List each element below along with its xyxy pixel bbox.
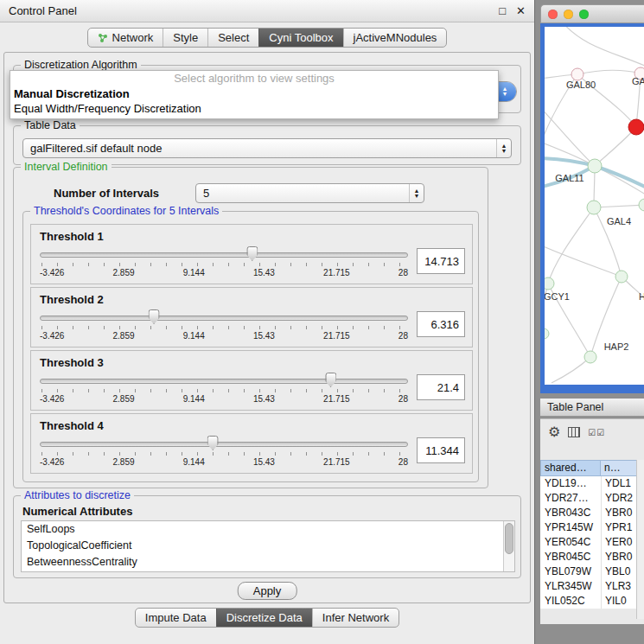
slider-track[interactable] xyxy=(40,252,408,258)
float-window-icon[interactable]: □ xyxy=(499,4,506,17)
tab-style[interactable]: Style xyxy=(163,29,207,47)
network-canvas[interactable]: GAL80GAGAL11GAL4GCY1HAP2H xyxy=(545,27,644,385)
threshold-value-field[interactable]: 14.713 xyxy=(417,248,465,274)
table-cell: YDL19… xyxy=(540,476,601,491)
tab-impute-data[interactable]: Impute Data xyxy=(136,609,216,627)
table-panel-toolbar: ⚙ ☑☑ xyxy=(540,419,644,445)
network-frame: GAL80GAGAL11GAL4GCY1HAP2H xyxy=(540,23,644,393)
network-node[interactable] xyxy=(615,271,628,283)
threshold-slider[interactable]: -3.4262.8599.14415.4321.71528 xyxy=(40,246,408,279)
columns-icon[interactable] xyxy=(568,427,580,437)
slider-scale: -3.4262.8599.14415.4321.71528 xyxy=(40,331,408,341)
threshold-slider[interactable]: -3.4262.8599.14415.4321.71528 xyxy=(40,373,408,405)
algorithm-option[interactable]: Equal Width/Frequency Discretization xyxy=(10,101,498,116)
combobox-stepper-icon[interactable]: ▲ ▼ xyxy=(409,184,424,202)
network-node[interactable] xyxy=(545,328,549,339)
top-tab-bar: NetworkStyleSelectCyni ToolboxjActiveMNo… xyxy=(0,28,534,48)
table-row[interactable]: YLR345WYLR3 xyxy=(540,579,644,594)
arrow-down-icon: ▼ xyxy=(501,149,507,154)
table-row[interactable]: YBR043CYBR0 xyxy=(540,506,644,520)
scale-label: 2.859 xyxy=(113,331,135,341)
slider-thumb[interactable] xyxy=(149,309,160,324)
table-cell: YIL052C xyxy=(540,594,601,609)
arrow-down-icon: ▼ xyxy=(502,92,508,97)
scale-label: 9.144 xyxy=(183,331,205,341)
table-row[interactable]: YBL079WYBL0 xyxy=(540,564,644,579)
slider-track[interactable] xyxy=(40,379,408,384)
attribute-item[interactable]: BetweennessCentrality xyxy=(22,554,514,571)
checkbox-icons[interactable]: ☑☑ xyxy=(588,428,605,437)
tab-select[interactable]: Select xyxy=(207,29,258,47)
number-of-intervals-combobox[interactable]: 5 ▲ ▼ xyxy=(195,183,424,203)
table-scrollbar[interactable] xyxy=(636,460,644,619)
tab-discretize-data[interactable]: Discretize Data xyxy=(216,609,312,627)
tab-label: Network xyxy=(112,31,154,44)
threshold-value-field[interactable]: 6.316 xyxy=(417,311,465,337)
threshold-panel: Threshold 1-3.4262.8599.14415.4321.71528… xyxy=(30,224,473,284)
network-node[interactable] xyxy=(588,159,602,173)
scale-label: 21.715 xyxy=(323,331,350,341)
threshold-value-field[interactable]: 11.344 xyxy=(417,437,465,463)
tab-jactivemnodules[interactable]: jActiveMNodules xyxy=(343,29,447,47)
combobox-stepper-icon[interactable]: ▲ ▼ xyxy=(496,139,511,157)
network-edge xyxy=(595,166,644,188)
network-node-label: H xyxy=(639,291,644,302)
slider-track[interactable] xyxy=(40,316,408,321)
zoom-light-icon[interactable] xyxy=(579,10,589,19)
table-panel-title: Table Panel xyxy=(547,401,603,413)
tab-infer-network[interactable]: Infer Network xyxy=(312,609,399,627)
attributes-list[interactable]: SelfLoopsTopologicalCoefficientBetweenne… xyxy=(21,520,515,572)
table-data-combobox[interactable]: galFiltered.sif default node ▲ ▼ xyxy=(22,138,512,158)
tab-network[interactable]: Network xyxy=(88,29,163,47)
table-row[interactable]: YBR045CYBR0 xyxy=(540,550,644,564)
gear-icon[interactable]: ⚙ xyxy=(548,425,560,439)
network-node[interactable] xyxy=(584,351,596,363)
network-node[interactable] xyxy=(571,68,583,80)
network-node[interactable] xyxy=(545,277,554,290)
network-node[interactable] xyxy=(628,119,644,135)
window-title: Control Panel xyxy=(9,4,77,17)
slider-thumb[interactable] xyxy=(207,436,219,450)
scrollbar[interactable] xyxy=(503,521,514,571)
tab-label: jActiveMNodules xyxy=(354,31,437,44)
threshold-slider[interactable]: -3.4262.8599.14415.4321.71528 xyxy=(40,309,408,342)
tab-label: Discretize Data xyxy=(226,611,303,624)
table-row[interactable]: YPR145WYPR1 xyxy=(540,520,644,535)
tab-label: Impute Data xyxy=(145,611,207,624)
network-view-window: GAL80GAGAL11GAL4GCY1HAP2H xyxy=(540,4,644,393)
number-of-intervals-value: 5 xyxy=(196,187,409,200)
table-row[interactable]: YDR27…YDR2 xyxy=(540,491,644,506)
table-data-group-label: Table Data xyxy=(21,119,80,131)
scale-label: -3.426 xyxy=(40,331,64,341)
network-node[interactable] xyxy=(587,201,601,214)
scale-label: 9.144 xyxy=(183,394,205,404)
threshold-slider[interactable]: -3.4262.8599.14415.4321.71528 xyxy=(40,436,408,469)
attribute-item[interactable]: TopologicalCoefficient xyxy=(22,538,514,554)
scale-label: 2.859 xyxy=(113,394,135,404)
threshold-value-field[interactable]: 21.4 xyxy=(417,374,465,400)
network-node[interactable] xyxy=(639,199,644,211)
table-rows: YDL19…YDL1YDR27…YDR2YBR043CYBR0YPR145WYP… xyxy=(540,476,644,609)
tab-label: Infer Network xyxy=(322,611,389,624)
slider-thumb[interactable] xyxy=(325,373,336,387)
apply-button[interactable]: Apply xyxy=(238,582,297,600)
close-icon[interactable]: ✕ xyxy=(516,4,526,17)
minimize-light-icon[interactable] xyxy=(564,10,573,19)
table-row[interactable]: YIL052CYIL0 xyxy=(540,594,644,609)
column-header-shared-name[interactable]: shared… xyxy=(540,460,601,476)
network-node-label: GA xyxy=(632,76,644,86)
network-edge xyxy=(577,70,641,74)
scale-label: 15.43 xyxy=(253,268,275,277)
attribute-item[interactable]: SelfLoops xyxy=(22,521,514,538)
table-row[interactable]: YDL19…YDL1 xyxy=(540,476,644,491)
slider-track[interactable] xyxy=(40,442,408,447)
algorithm-option[interactable]: Manual Discretization xyxy=(10,86,498,101)
slider-thumb[interactable] xyxy=(246,246,258,261)
tab-cyni-toolbox[interactable]: Cyni Toolbox xyxy=(258,29,342,47)
scrollbar-thumb[interactable] xyxy=(505,523,513,554)
arrow-down-icon: ▼ xyxy=(414,194,420,199)
table-cell: YDR27… xyxy=(540,491,601,506)
table-row[interactable]: YER054CYER0 xyxy=(540,535,644,550)
close-light-icon[interactable] xyxy=(548,10,558,19)
cyni-toolbox-panel: Discretization Algorithm ▲ ▼ Select algo… xyxy=(3,52,531,603)
